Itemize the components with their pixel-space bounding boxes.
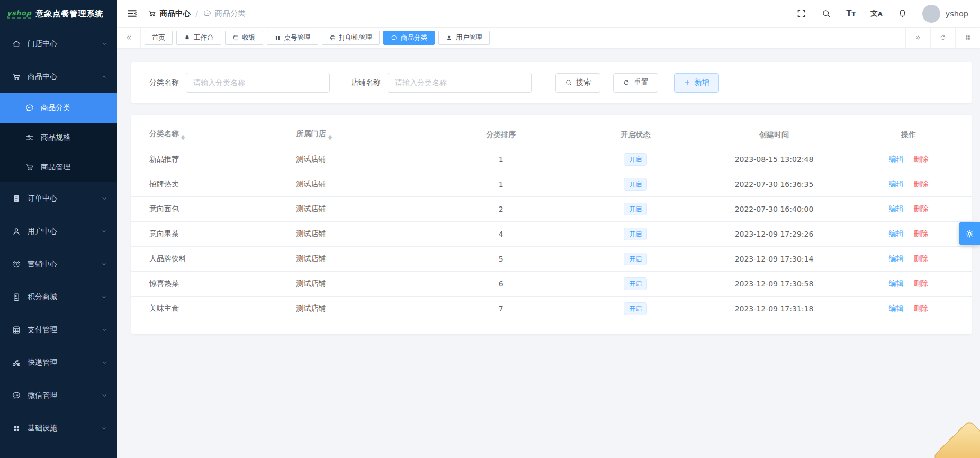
search-icon <box>565 79 572 86</box>
translate-icon[interactable]: 文A <box>870 8 883 19</box>
chevron-double-left-icon <box>125 34 132 41</box>
sidebar-item-product-category[interactable]: 商品分类 <box>0 93 117 123</box>
tab-user-manage[interactable]: 用户管理 <box>438 31 490 45</box>
column-header: 创建时间 <box>703 123 846 147</box>
sidebar-item-product-spec[interactable]: 商品规格 <box>0 123 117 152</box>
edit-link[interactable]: 编辑 <box>888 254 903 263</box>
delete-link[interactable]: 删除 <box>913 155 928 163</box>
sidebar-menu: 门店中心商品中心商品分类商品规格商品管理订单中心用户中心营销中心积分商城支付管理… <box>0 28 117 445</box>
add-button[interactable]: 新增 <box>674 73 719 93</box>
tab-workbench[interactable]: 工作台 <box>176 31 221 45</box>
category-name-cell: 意向果茶 <box>131 221 291 246</box>
chevron-down-icon <box>101 294 107 300</box>
sidebar-item-infrastructure[interactable]: 基础设施 <box>0 412 117 445</box>
sidebar-item-wechat-manage[interactable]: 微信管理 <box>0 379 117 412</box>
store-name-input[interactable] <box>388 73 532 93</box>
delete-link[interactable]: 删除 <box>913 229 928 238</box>
tab-product-category[interactable]: 商品分类 <box>383 31 435 45</box>
delete-link[interactable]: 删除 <box>913 179 928 188</box>
settings-fab-button[interactable] <box>959 222 980 245</box>
fullscreen-icon[interactable] <box>796 8 806 19</box>
category-name-input[interactable] <box>186 73 330 93</box>
delete-link[interactable]: 删除 <box>913 204 928 213</box>
store-cell: 测试店铺 <box>291 271 434 296</box>
breadcrumb-parent[interactable]: 商品中心 <box>148 8 191 19</box>
store-cell: 测试店铺 <box>291 172 434 196</box>
column-header: 开启状态 <box>568 123 703 147</box>
chevron-down-icon <box>101 392 107 399</box>
sort-cell: 6 <box>434 271 568 296</box>
delete-link[interactable]: 删除 <box>913 304 928 312</box>
sidebar-item-payment-manage[interactable]: 支付管理 <box>0 313 117 346</box>
tab-label: 首页 <box>152 33 165 42</box>
app-logo[interactable]: yshop 意象点餐管理系统 <box>0 0 117 28</box>
chat-dots-icon <box>12 391 21 400</box>
sidebar-item-express-manage[interactable]: 快递管理 <box>0 346 117 379</box>
topbar: 商品中心 / 商品分类 TT 文A yshop <box>117 0 980 28</box>
logo-mark: yshop <box>7 9 31 19</box>
reset-button[interactable]: 重置 <box>613 73 658 93</box>
tab-label: 打印机管理 <box>339 33 373 42</box>
actions-cell: 编辑删除 <box>846 196 972 221</box>
actions-cell: 编辑删除 <box>846 147 972 172</box>
reset-button-label: 重置 <box>634 78 649 87</box>
edit-link[interactable]: 编辑 <box>888 304 903 312</box>
column-header-label: 分类名称 <box>149 129 179 138</box>
delete-link[interactable]: 删除 <box>913 254 928 263</box>
collapse-sidebar-icon[interactable] <box>127 8 138 19</box>
sidebar-item-label: 商品分类 <box>41 103 70 113</box>
edit-link[interactable]: 编辑 <box>888 155 903 163</box>
status-badge: 开启 <box>624 178 647 191</box>
sidebar-item-product-center[interactable]: 商品中心 <box>0 60 117 93</box>
calculator-icon <box>12 325 21 335</box>
main-column: 商品中心 / 商品分类 TT 文A yshop <box>117 0 980 458</box>
breadcrumb-parent-label: 商品中心 <box>160 8 191 19</box>
sort-caret-icon[interactable]: ▲▼ <box>182 135 184 141</box>
notification-bell-icon[interactable] <box>897 8 907 19</box>
tab-table-manage[interactable]: 桌号管理 <box>267 31 318 45</box>
tab-home[interactable]: 首页 <box>145 31 173 45</box>
app-root: yshop 意象点餐管理系统 门店中心商品中心商品分类商品规格商品管理订单中心用… <box>0 0 980 458</box>
column-header-label: 创建时间 <box>759 130 789 139</box>
created-time-cell: 2023-12-09 17:30:58 <box>703 271 846 296</box>
column-header-label: 分类排序 <box>486 130 516 139</box>
chevron-down-icon <box>101 261 107 267</box>
table-row: 大品牌饮料测试店铺5开启2023-12-09 17:30:14编辑删除 <box>131 246 972 271</box>
status-badge: 开启 <box>624 277 647 290</box>
user-menu[interactable]: yshop <box>922 5 968 23</box>
sidebar-item-store-center[interactable]: 门店中心 <box>0 28 117 60</box>
edit-link[interactable]: 编辑 <box>888 279 903 288</box>
printer-icon <box>329 34 336 41</box>
sort-cell: 1 <box>434 172 568 196</box>
tab-cashier[interactable]: 收银 <box>225 31 263 45</box>
tabs-scroll-left-button[interactable] <box>117 28 141 48</box>
grid-filled-icon <box>12 424 21 433</box>
delete-link[interactable]: 删除 <box>913 279 928 288</box>
search-icon[interactable] <box>821 8 831 19</box>
column-header: 分类排序 <box>434 123 568 147</box>
table-row: 意向果茶测试店铺4开启2023-12-09 17:29:26编辑删除 <box>131 221 972 246</box>
edit-link[interactable]: 编辑 <box>888 204 903 213</box>
sidebar-item-label: 支付管理 <box>28 325 57 335</box>
tab-printer-manage[interactable]: 打印机管理 <box>322 31 380 45</box>
sidebar-item-marketing-center[interactable]: 营销中心 <box>0 248 117 281</box>
sort-caret-icon[interactable]: ▲▼ <box>329 135 331 141</box>
edit-link[interactable]: 编辑 <box>888 229 903 238</box>
sidebar-item-user-center[interactable]: 用户中心 <box>0 215 117 248</box>
actions-cell: 编辑删除 <box>846 221 972 246</box>
tabs-panel-button[interactable] <box>955 28 980 48</box>
search-button[interactable]: 搜索 <box>555 73 600 93</box>
sidebar-item-points-mall[interactable]: 积分商城 <box>0 281 117 313</box>
avatar <box>922 5 940 23</box>
sidebar-item-order-center[interactable]: 订单中心 <box>0 182 117 215</box>
sidebar-item-label: 商品规格 <box>41 133 70 142</box>
tabs-refresh-button[interactable] <box>930 28 955 48</box>
font-size-icon[interactable]: TT <box>846 8 856 19</box>
category-name-label: 分类名称 <box>149 78 179 87</box>
refresh-icon <box>623 79 630 86</box>
sidebar-item-product-manage[interactable]: 商品管理 <box>0 152 117 182</box>
chat-dots-icon <box>25 103 34 113</box>
cart-icon <box>148 9 157 18</box>
edit-link[interactable]: 编辑 <box>888 179 903 188</box>
tabs-scroll-right-button[interactable] <box>905 28 930 48</box>
